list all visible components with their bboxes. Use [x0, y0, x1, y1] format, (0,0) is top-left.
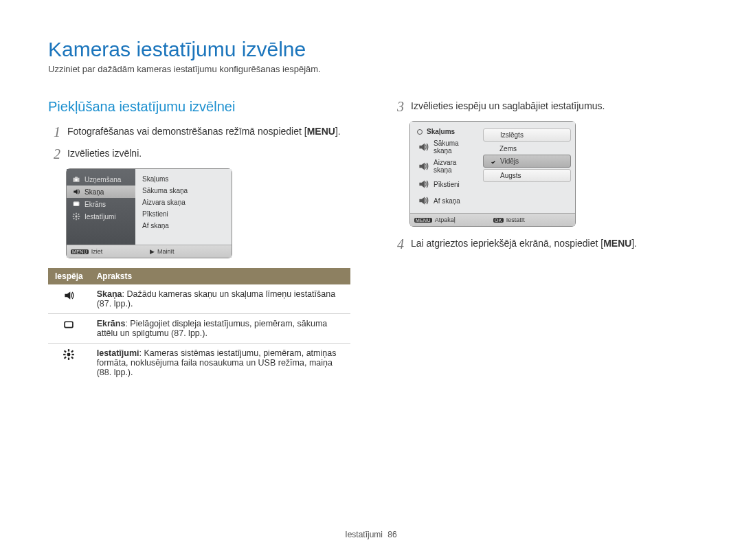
table-row-title: Iestatījumi — [97, 348, 139, 358]
camera-right-item: Sākuma skaņa — [135, 185, 232, 197]
step-number: 3 — [392, 99, 404, 114]
camera-left-label: Iestatījumi — [85, 213, 116, 221]
table-row: Skaņa: Dažādu kameras skaņu un skaļuma l… — [48, 284, 350, 314]
camera-right-label: Zems — [499, 145, 517, 153]
camera-right-label: Vidējs — [500, 157, 519, 165]
step-2: 2 Izvēlieties izvēlni. — [48, 146, 350, 161]
camera-foot-back: Atpakaļ — [435, 216, 456, 223]
step-4: 4 Lai atgrieztos iepriekšējā ekrānā, nos… — [392, 236, 694, 251]
camera-foot-set: Iestatīt — [506, 216, 525, 223]
table-row-desc: Iestatījumi: Kameras sistēmas iestatījum… — [90, 344, 350, 383]
radio-icon — [417, 129, 423, 135]
camera-menu-preview-2: Skaļums Sākuma skaņa Aizvara skaņa Pīkst… — [409, 121, 576, 227]
table-row-title: Skaņa — [97, 289, 122, 299]
camera-left-header: Skaļums — [410, 126, 479, 137]
step-4-text-a: Lai atgrieztos iepriekšējā ekrānā, nospi… — [411, 238, 603, 249]
menu-button-label: MENU — [307, 126, 335, 137]
right-column: 3 Izvēlieties iespēju un saglabājiet ies… — [392, 99, 694, 382]
camera-foot-change: Mainīt — [157, 248, 175, 255]
camera-footer: MENUAtpakaļ OKIestatīt — [410, 213, 575, 226]
camera-left-item: Ekrāns — [67, 198, 135, 210]
camera-left-label: Sākuma skaņa — [434, 139, 472, 155]
gear-icon — [72, 212, 80, 221]
table-row-icon-cell — [48, 284, 90, 314]
sound-icon — [63, 289, 75, 302]
camera-left-item: Iestatījumi — [67, 210, 135, 223]
camera-left-header-label: Skaļums — [427, 128, 455, 135]
step-number: 2 — [48, 146, 60, 161]
camera-footer: MENUIziet ▶Mainīt — [67, 245, 232, 258]
camera-left-item: Sākuma skaņa — [410, 137, 479, 157]
table-row-icon-cell — [48, 344, 90, 383]
menu-button-label: MENU — [603, 238, 631, 249]
empty-icon — [490, 146, 495, 152]
display-icon — [72, 200, 80, 208]
camera-right-panel: Skaļums Sākuma skaņa Aizvara skaņa Pīkst… — [135, 169, 232, 245]
step-3: 3 Izvēlieties iespēju un saglabājiet ies… — [392, 99, 694, 114]
step-text: Fotografēšanas vai demonstrēšanas režīmā… — [67, 124, 350, 138]
camera-right-label: Augsts — [500, 172, 521, 179]
camera-right-panel: Izslēgts Zems Vidējs Augsts — [479, 122, 575, 213]
check-icon — [491, 159, 496, 164]
table-row-icon-cell — [48, 314, 90, 344]
camera-left-label: Ekrāns — [85, 201, 106, 208]
step-1: 1 Fotografēšanas vai demonstrēšanas režī… — [48, 124, 350, 139]
camera-left-item: Pīkstieni — [410, 176, 479, 192]
page-title: Kameras iestatījumu izvēlne — [48, 38, 694, 61]
step-number: 4 — [392, 236, 404, 251]
camera-icon — [72, 175, 80, 183]
camera-left-item: Af skaņa — [410, 192, 479, 209]
section-heading: Piekļūšana iestatījumu izvēlnei — [48, 99, 350, 115]
camera-foot-menu-label: MENU — [414, 218, 432, 223]
camera-foot-ok-label: OK — [493, 218, 504, 223]
camera-menu-preview-1: Uzņemšana Skaņa Ekrāns Iestatījumi Skaļu… — [66, 168, 232, 258]
sound-icon — [417, 160, 429, 172]
sound-icon — [417, 194, 429, 207]
camera-left-label: Af skaņa — [434, 197, 460, 205]
camera-right-item-selected: Vidējs — [483, 155, 571, 168]
camera-left-item: Uzņemšana — [67, 173, 135, 186]
step-text: Izvēlieties izvēlni. — [67, 146, 350, 160]
camera-right-item: Izslēgts — [483, 128, 571, 142]
step-1-text-b: ]. — [335, 126, 341, 137]
camera-right-item: Zems — [483, 143, 571, 155]
options-table-header-desc: Apraksts — [90, 268, 350, 284]
step-number: 1 — [48, 124, 60, 139]
left-column: Piekļūšana iestatījumu izvēlnei 1 Fotogr… — [48, 99, 350, 382]
camera-right-label: Izslēgts — [500, 131, 524, 139]
table-row-text: : Dažādu kameras skaņu un skaļuma līmeņu… — [97, 289, 335, 309]
table-row-desc: Ekrāns: Pielāgojiet displeja iestatījumu… — [90, 314, 350, 344]
footer-section: Iestatījumi — [345, 530, 383, 539]
table-row: Iestatījumi: Kameras sistēmas iestatījum… — [48, 344, 350, 383]
footer-page-number: 86 — [387, 530, 396, 539]
step-text: Izvēlieties iespēju un saglabājiet iesta… — [411, 99, 694, 113]
gear-icon — [63, 348, 75, 361]
camera-left-label: Pīkstieni — [434, 181, 460, 188]
camera-left-item-selected: Skaņa — [67, 186, 135, 198]
page-footer: Iestatījumi 86 — [0, 530, 742, 539]
camera-foot-exit: Iziet — [91, 248, 103, 255]
table-row-desc: Skaņa: Dažādu kameras skaņu un skaļuma l… — [90, 284, 350, 314]
page-subtitle: Uzziniet par dažādām kameras iestatījumu… — [48, 64, 694, 74]
step-text: Lai atgrieztos iepriekšējā ekrānā, nospi… — [411, 236, 694, 250]
camera-left-label: Skaņa — [85, 188, 104, 196]
camera-foot-menu-label: MENU — [71, 249, 89, 254]
step-4-text-b: ]. — [631, 238, 637, 249]
step-1-text-a: Fotografēšanas vai demonstrēšanas režīmā… — [67, 126, 307, 137]
table-row-text: : Pielāgojiet displeja iestatījumus, pie… — [97, 319, 328, 338]
camera-right-item: Pīkstieni — [135, 208, 232, 220]
camera-right-item: Aizvara skaņa — [135, 197, 232, 208]
table-row-title: Ekrāns — [97, 319, 126, 328]
camera-left-panel: Uzņemšana Skaņa Ekrāns Iestatījumi — [67, 169, 135, 245]
options-table-header-option: Iespēja — [48, 268, 90, 284]
camera-left-label: Uzņemšana — [85, 176, 121, 183]
sound-icon — [417, 141, 429, 153]
options-table: Iespēja Apraksts Skaņa: Dažādu kameras s… — [48, 268, 350, 382]
empty-icon — [491, 173, 496, 179]
empty-icon — [491, 133, 496, 138]
camera-left-panel: Skaļums Sākuma skaņa Aizvara skaņa Pīkst… — [410, 122, 479, 213]
camera-left-item: Aizvara skaņa — [410, 157, 479, 176]
camera-left-label: Aizvara skaņa — [434, 159, 472, 174]
display-icon — [63, 319, 75, 331]
table-row: Ekrāns: Pielāgojiet displeja iestatījumu… — [48, 314, 350, 344]
